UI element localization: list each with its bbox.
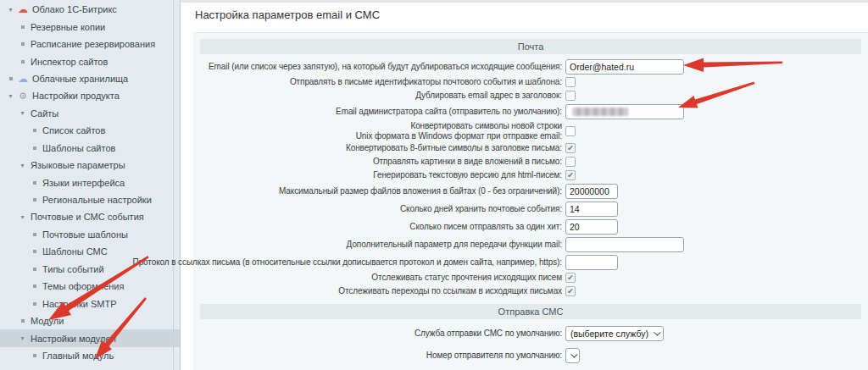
bullet-icon (29, 268, 40, 271)
field-label: Отслеживать переходы по ссылкам в исходя… (200, 286, 562, 296)
checkbox[interactable] (565, 91, 576, 101)
section-header: Почта (200, 39, 861, 54)
select-dropdown[interactable]: (выберите службу) (565, 326, 664, 341)
field-label: Отслеживать статус прочтения исходящих п… (200, 273, 562, 283)
sidebar-item[interactable]: ☁Облачные хранилища (0, 70, 180, 87)
sidebar-item[interactable]: Сайты (0, 105, 180, 122)
field-label-text: Дополнительный параметр для передачи фун… (347, 240, 562, 250)
field-label: Отправлять в письме идентификаторы почто… (200, 77, 562, 87)
sidebar-item-label: Языки интерфейса (42, 178, 125, 188)
field-label: Служба отправки СМС по умолчанию: (200, 329, 562, 339)
sidebar-item-label: Резервные копии (31, 22, 105, 32)
sidebar-item-label: Настройки SMTP (42, 299, 117, 309)
form-row: Отправлять в письме идентификаторы почто… (193, 75, 868, 89)
checkbox[interactable] (565, 126, 576, 136)
sidebar-item[interactable]: ☁Облако 1С-Битрикс (0, 1, 180, 18)
form-row: Сколько дней хранить почтовые события: (193, 200, 868, 218)
chevron-down-icon (654, 329, 660, 335)
sidebar-item-label: Темы оформления (42, 281, 124, 291)
form-row: Отслеживать статус прочтения исходящих п… (193, 271, 868, 284)
expand-triangle-icon[interactable] (17, 213, 28, 221)
field-label-text: Конвертировать 8-битные символы в заголо… (346, 143, 562, 153)
sidebar-item[interactable]: Языки интерфейса (0, 174, 180, 191)
select-value: (выберите службу) (570, 329, 648, 339)
text-input[interactable] (565, 219, 618, 235)
expand-triangle-icon[interactable] (17, 162, 28, 169)
text-input[interactable] (565, 255, 618, 270)
field-label-text: Email (или список через запятую), на кот… (209, 62, 562, 72)
text-input[interactable] (565, 59, 684, 75)
field-label-text: Служба отправки СМС по умолчанию: (415, 329, 562, 339)
checkbox[interactable] (565, 286, 576, 296)
checkbox[interactable] (565, 143, 576, 153)
sidebar-item[interactable]: Шаблоны сайтов (0, 140, 180, 157)
field-control (565, 143, 576, 153)
checkbox[interactable] (565, 157, 576, 167)
expand-triangle-icon[interactable] (5, 92, 16, 100)
sidebar-item[interactable]: Почтовые шаблоны (0, 226, 180, 243)
field-label-text: Дублировать email адрес в заголовок: (415, 91, 562, 101)
field-control (565, 202, 618, 217)
field-control (565, 184, 618, 199)
field-label-text: Отслеживать статус прочтения исходящих п… (371, 273, 562, 283)
form-row: Email администратора сайта (отправитель … (193, 102, 868, 120)
bitrix-cloud-icon: ☁ (16, 4, 30, 14)
form-row: Номер отправителя по умолчанию: (193, 345, 868, 367)
text-input[interactable] (565, 202, 618, 217)
field-label-text: Unix формата в Windows формат при отправ… (356, 131, 562, 141)
sidebar-item[interactable]: Региональные настройки (0, 191, 180, 208)
sidebar-item[interactable]: Резервные копии (0, 18, 180, 35)
form-row: Отслеживать переходы по ссылкам в исходя… (193, 284, 868, 298)
sidebar-item[interactable]: Настройки SMTP (0, 295, 180, 312)
expand-triangle-icon[interactable] (17, 334, 28, 342)
sidebar-item[interactable]: Инспектор сайтов (0, 52, 180, 69)
field-label-text: Максимальный размер файлов вложения в ба… (279, 186, 562, 196)
bullet-icon (29, 129, 40, 132)
select-dropdown[interactable] (565, 348, 580, 363)
field-control (565, 157, 576, 167)
checkbox[interactable] (565, 77, 576, 87)
gear-icon: ⚙ (16, 91, 30, 101)
bullet-icon (29, 233, 40, 236)
sidebar-item[interactable]: Языковые параметры (0, 157, 180, 174)
expand-triangle-icon[interactable] (5, 6, 16, 14)
sidebar-item-label: Расписание резервирования (31, 39, 155, 49)
sidebar-item[interactable]: Почтовые и СМС события (0, 208, 180, 225)
checkbox[interactable] (565, 170, 576, 180)
bullet-icon (17, 60, 28, 64)
text-input[interactable] (565, 237, 684, 252)
form-row: Максимальный размер файлов вложения в ба… (193, 182, 868, 200)
sidebar-item[interactable]: ⚙Настройки продукта (0, 87, 180, 104)
field-control: (выберите службу) (565, 326, 664, 341)
text-input[interactable] (565, 184, 618, 199)
field-label-text: Отправлять в письме идентификаторы почто… (290, 77, 562, 87)
field-control (565, 104, 684, 119)
sidebar-item-label: Главный модуль (42, 351, 114, 361)
field-label-text: Отслеживать переходы по ссылкам в исходя… (338, 286, 562, 296)
sidebar-item[interactable]: Модули (0, 312, 180, 329)
sidebar-item-label: Инспектор сайтов (31, 57, 108, 67)
form-row: Служба отправки СМС по умолчанию:(выбери… (193, 323, 868, 345)
section-header: Отправка СМС (200, 304, 861, 319)
form-row: Конвертировать 8-битные символы в заголо… (193, 141, 868, 155)
field-label: Конвертировать символы новой строкиUnix … (200, 121, 562, 141)
field-label: Email (или список через запятую), на кот… (200, 62, 562, 72)
field-control (565, 286, 576, 296)
sidebar-item[interactable]: Список сайтов (0, 122, 180, 139)
sidebar-item[interactable]: Настройки модулей (0, 329, 180, 346)
sidebar-item[interactable]: Расписание резервирования (0, 36, 180, 52)
sidebar-item-label: Модули (31, 316, 64, 326)
form-row: Сколько писем отправлять за один хит: (193, 218, 868, 235)
field-label-text: Сколько дней хранить почтовые события: (400, 204, 562, 214)
sidebar-item[interactable]: Главный модуль (0, 347, 180, 364)
text-input-redacted[interactable] (565, 104, 684, 119)
sidebar-item-label: Облако 1С-Битрикс (32, 4, 117, 14)
sidebar-item-label: Шаблоны СМС (42, 246, 108, 257)
sidebar-item[interactable]: Темы оформления (0, 278, 180, 295)
field-control (565, 59, 684, 75)
checkbox[interactable] (565, 273, 576, 283)
expand-triangle-icon[interactable] (17, 109, 28, 117)
field-label: Дополнительный параметр для передачи фун… (200, 240, 562, 250)
form-row: Конвертировать символы новой строкиUnix … (193, 120, 868, 141)
bullet-icon (29, 354, 40, 357)
